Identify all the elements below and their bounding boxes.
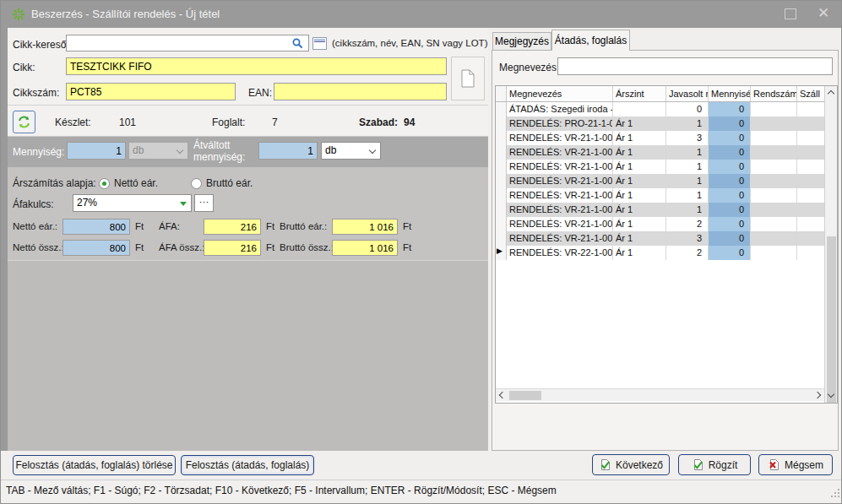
cell-rendszam: [751, 246, 797, 260]
table-row[interactable]: ▶RENDELÉS: VR-22-1-00005Ár 120: [496, 246, 824, 260]
table-row[interactable]: RENDELÉS: VR-21-1-00011Ár 110: [496, 188, 824, 203]
cell-arszint: Ár 1: [613, 217, 666, 231]
new-document-button[interactable]: [451, 57, 485, 100]
converted-unit-combo[interactable]: db: [321, 142, 381, 160]
ean-field[interactable]: [274, 83, 447, 100]
afa-input[interactable]: [204, 219, 261, 235]
converted-quantity-input[interactable]: [258, 142, 318, 160]
cell-rendszam: [751, 145, 797, 160]
unit-ft: Ft: [403, 221, 411, 231]
table-row[interactable]: RENDELÉS: VR-21-1-00011Ár 110: [496, 160, 824, 174]
check-page-icon: [692, 458, 704, 471]
cell-mennyiseg[interactable]: 0: [709, 145, 751, 160]
app-icon: [12, 8, 25, 21]
tab-megjegyzes[interactable]: Megjegyzés: [492, 32, 551, 51]
cikk-label: Cikk:: [13, 62, 35, 73]
vscroll-thumb[interactable]: [827, 236, 836, 404]
col-mennyiseg[interactable]: Mennyiség: [709, 86, 751, 101]
cell-mennyiseg[interactable]: 0: [709, 217, 751, 231]
table-row[interactable]: ÁTADÁS: Szegedi iroda - Á00: [496, 102, 824, 117]
scroll-left-icon[interactable]: [499, 392, 506, 398]
resize-grip[interactable]: [831, 489, 839, 497]
cell-mennyiseg[interactable]: 0: [709, 117, 751, 131]
table-row[interactable]: RENDELÉS: VR-21-1-00011Ár 110: [496, 203, 824, 217]
cell-mennyiseg[interactable]: 0: [709, 231, 751, 246]
cell-mennyiseg[interactable]: 0: [709, 160, 751, 174]
afa-ossz-input[interactable]: [204, 240, 261, 256]
afa-ossz-label: ÁFA össz.:: [159, 242, 204, 252]
cell-mennyiseg[interactable]: 0: [709, 102, 751, 117]
clear-split-button[interactable]: Felosztás (átadás, foglalás) törlése: [13, 455, 176, 475]
vat-label: Áfakulcs:: [13, 198, 54, 210]
cell-rendszam: [751, 117, 797, 131]
table-row[interactable]: RENDELÉS: VR-21-1-00008Ár 130: [496, 131, 824, 145]
scroll-up-icon[interactable]: [828, 90, 834, 97]
maximize-button[interactable]: [785, 8, 796, 19]
vat-more-button[interactable]: ···: [194, 194, 214, 212]
netto-ear-input[interactable]: [62, 219, 130, 235]
cell-mennyiseg[interactable]: 0: [709, 174, 751, 188]
split-button[interactable]: Felosztás (átadás, foglalás): [181, 455, 314, 475]
table-row[interactable]: RENDELÉS: VR-21-1-00012Ár 130: [496, 231, 824, 246]
quantity-input[interactable]: [67, 142, 126, 160]
cell-szallito: [797, 174, 823, 188]
search-icon[interactable]: [291, 37, 304, 53]
cell-arszint: [613, 102, 666, 117]
cell-mennyiseg[interactable]: 0: [709, 131, 751, 145]
refresh-stock-button[interactable]: [13, 111, 35, 133]
col-javasolt[interactable]: Javasolt m: [666, 86, 709, 101]
col-megnevezes[interactable]: Megnevezés: [507, 86, 613, 101]
col-szallito[interactable]: Száll: [797, 86, 823, 101]
col-rendszam[interactable]: Rendszám: [751, 86, 797, 101]
cell-arszint: Ár 1: [613, 160, 666, 174]
check-page-icon: [599, 458, 611, 471]
cancel-button[interactable]: Mégsem: [758, 454, 833, 475]
brutto-ossz-input[interactable]: [332, 240, 398, 256]
search-input[interactable]: [66, 35, 309, 51]
table-row[interactable]: RENDELÉS: PRO-21-1-000Ár 110: [496, 117, 824, 131]
next-button[interactable]: Következő: [592, 454, 670, 475]
radio-netto[interactable]: [99, 178, 110, 189]
cell-javasolt: 2: [666, 246, 709, 260]
table-row[interactable]: RENDELÉS: VR-21-1-00011Ár 110: [496, 174, 824, 188]
cell-szallito: [797, 188, 823, 203]
hscroll-thumb[interactable]: [509, 391, 541, 400]
cell-szallito: [797, 160, 823, 174]
table-row[interactable]: RENDELÉS: VR-21-1-00012Ár 120: [496, 217, 824, 231]
cell-mennyiseg[interactable]: 0: [709, 246, 751, 260]
radio-brutto[interactable]: [191, 178, 202, 189]
megnevezes-label: Megnevezés:: [499, 62, 559, 73]
cell-mennyiseg[interactable]: 0: [709, 188, 751, 203]
vat-combo[interactable]: 27%: [73, 194, 192, 212]
cell-arszint: Ár 1: [613, 174, 666, 188]
netto-ossz-label: Nettó össz.:: [13, 242, 64, 252]
cell-javasolt: 1: [666, 117, 709, 131]
cell-mennyiseg[interactable]: 0: [709, 203, 751, 217]
table-row[interactable]: RENDELÉS: VR-21-1-00009Ár 110: [496, 145, 824, 160]
grid-rows: ÁTADÁS: Szegedi iroda - Á00RENDELÉS: PRO…: [496, 102, 824, 260]
cell-javasolt: 1: [666, 174, 709, 188]
cikk-field[interactable]: [66, 57, 447, 75]
cell-javasolt: 1: [666, 203, 709, 217]
scroll-right-icon[interactable]: [814, 392, 821, 398]
netto-ossz-input[interactable]: [62, 240, 130, 256]
col-arszint[interactable]: Árszint: [613, 86, 666, 101]
horizontal-scrollbar[interactable]: [496, 388, 824, 401]
save-button[interactable]: Rögzít: [678, 454, 751, 475]
cell-megnevezes: RENDELÉS: VR-21-1-00012: [507, 217, 613, 231]
cell-rendszam: [751, 160, 797, 174]
title-bar[interactable]: Beszerzés - Szállítói rendelés - Új téte…: [1, 1, 842, 28]
unit-ft: Ft: [266, 221, 274, 231]
close-button[interactable]: ✕: [814, 4, 833, 23]
vertical-scrollbar[interactable]: [824, 86, 837, 403]
cikkszam-label: Cikkszám:: [13, 87, 59, 99]
tab-atadas-foglalas[interactable]: Átadás, foglalás: [551, 30, 630, 51]
cikkszam-field[interactable]: [66, 83, 236, 100]
allocation-grid[interactable]: Megnevezés Árszint Javasolt m Mennyiség …: [495, 85, 838, 404]
row-marker: [496, 217, 507, 231]
browse-window-icon[interactable]: [312, 37, 327, 50]
brutto-ear-input[interactable]: [332, 219, 398, 235]
megnevezes-input[interactable]: [557, 57, 833, 75]
unit-ft: Ft: [266, 242, 274, 252]
cell-arszint: Ár 1: [613, 145, 666, 160]
